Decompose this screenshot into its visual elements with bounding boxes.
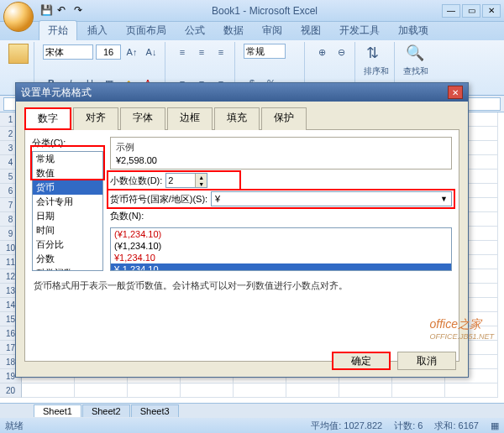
tab-data[interactable]: 数据 [215,21,252,40]
tab-dev[interactable]: 开发工具 [331,21,388,40]
paste-button[interactable] [8,44,29,64]
dialog-close-button[interactable]: ✕ [448,86,463,99]
format-cells-dialog: 设置单元格格式 ✕ 数字 对齐 字体 边框 填充 保护 分类(C): 常规数值货… [15,82,469,378]
close-button[interactable]: ✕ [482,4,501,18]
spin-down-icon[interactable]: ▼ [195,180,207,187]
redo-icon[interactable]: ↷ [74,4,87,18]
ok-button[interactable]: 确定 [332,352,391,370]
shrink-font-icon[interactable]: A↓ [143,44,160,60]
delete-icon[interactable]: ⊖ [333,44,349,60]
status-avg: 平均值: 1027.822 [311,420,382,432]
status-sum: 求和: 6167 [434,420,479,432]
office-button[interactable] [3,2,34,32]
spin-up-icon[interactable]: ▲ [195,174,207,180]
dialog-tab-border[interactable]: 边框 [167,107,213,130]
number-format[interactable]: 常规 [244,44,286,59]
decimal-spinner[interactable]: ▲▼ [165,173,207,188]
sheet-tabs: Sheet1 Sheet2 Sheet3 [0,403,504,418]
grow-font-icon[interactable]: A↑ [123,44,140,60]
dialog-tab-number[interactable]: 数字 [24,107,71,130]
tab-view[interactable]: 视图 [292,21,329,40]
sheet-tab[interactable]: Sheet1 [34,404,81,417]
align-bot-icon[interactable]: ≡ [213,44,229,60]
view-normal-icon[interactable]: ▦ [491,420,499,431]
cancel-button[interactable]: 取消 [397,352,456,370]
dialog-tab-align[interactable]: 对齐 [73,107,118,130]
format-description: 货币格式用于表示一般货币数值。会计格式可以对一列数值进行小数点对齐。 [32,278,452,294]
chevron-down-icon: ▼ [440,195,448,203]
status-count: 计数: 6 [394,420,423,432]
tab-insert[interactable]: 插入 [79,21,116,40]
negative-label: 负数(N): [110,210,452,222]
font-size[interactable]: 16 [96,44,121,60]
dialog-tab-fill[interactable]: 填充 [214,107,260,130]
watermark: office之家 OFFICE.JB51.NET [429,317,494,341]
maximize-button[interactable]: ▭ [462,4,480,18]
tab-review[interactable]: 审阅 [254,21,291,40]
category-label: 分类(C): [32,137,103,149]
font-name[interactable]: 宋体 [43,44,93,60]
dialog-tab-font[interactable]: 字体 [120,107,165,130]
sort-filter[interactable]: ⇅ 排序和 [364,44,389,77]
sheet-tab[interactable]: Sheet2 [82,404,130,417]
undo-icon[interactable]: ↶ [57,4,71,18]
example-value: ¥2,598.00 [116,155,446,165]
ribbon-tabs: 开始 插入 页面布局 公式 数据 审阅 视图 开发工具 加载项 [0,22,504,40]
category-list[interactable]: 常规数值货币会计专用日期时间百分比分数科学记数文本特殊自定义 [32,151,103,271]
insert-icon[interactable]: ⊕ [313,44,330,60]
align-top-icon[interactable]: ≡ [174,44,191,60]
decimal-label: 小数位数(D): [110,175,162,187]
find-select[interactable]: 🔍 查找和 [403,44,428,77]
save-icon[interactable]: 💾 [40,4,54,18]
example-label: 示例 [116,141,446,154]
titlebar: 💾 ↶ ↷ Book1 - Microsoft Excel — ▭ ✕ [0,0,504,22]
align-mid-icon[interactable]: ≡ [193,44,210,60]
sheet-tab[interactable]: Sheet3 [131,404,179,417]
status-ready: 就绪 [5,420,24,432]
minimize-button[interactable]: — [442,4,460,18]
symbol-label: 货币符号(国家/地区)(S): [110,193,207,206]
tab-home[interactable]: 开始 [39,20,77,40]
tab-formula[interactable]: 公式 [176,21,213,40]
tab-layout[interactable]: 页面布局 [118,21,175,40]
negative-list[interactable]: (¥1,234.10)(¥1,234.10)¥1,234.10¥-1,234.1… [110,227,452,271]
window-title: Book1 - Microsoft Excel [87,5,442,17]
decimal-input[interactable] [166,174,195,187]
dialog-tab-protect[interactable]: 保护 [261,107,307,130]
dialog-title: 设置单元格格式 [21,86,92,100]
status-bar: 就绪 平均值: 1027.822 计数: 6 求和: 6167 ▦ [0,418,504,433]
quick-access-toolbar: 💾 ↶ ↷ [40,4,87,18]
symbol-dropdown[interactable]: ¥ ▼ [211,191,452,206]
tab-addin[interactable]: 加载项 [390,21,437,40]
